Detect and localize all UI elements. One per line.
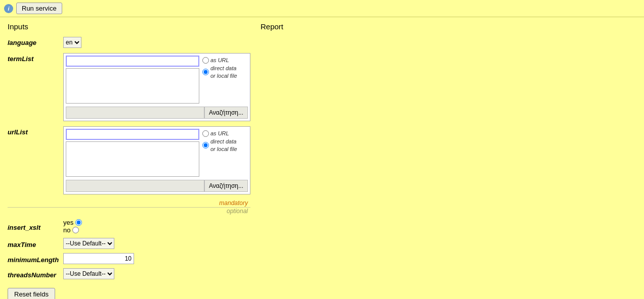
termlist-browse-spacer xyxy=(66,107,204,119)
termlist-as-url-radio[interactable] xyxy=(202,57,209,64)
threads-select[interactable]: --Use Default-- 1 2 4 8 xyxy=(63,268,114,279)
urllist-direct-radio[interactable] xyxy=(202,142,209,148)
insert-xslt-control: yes no xyxy=(63,219,250,234)
language-control: en fr de es xyxy=(63,37,250,48)
urllist-fields xyxy=(66,129,199,177)
info-icon: i xyxy=(4,4,13,13)
urllist-as-url-label[interactable]: as URL xyxy=(202,130,248,137)
urllist-textarea[interactable] xyxy=(66,141,199,177)
reset-fields-button[interactable]: Reset fields xyxy=(8,288,55,299)
insert-xslt-yes-label[interactable]: yes xyxy=(63,219,246,226)
threads-control: --Use Default-- 1 2 4 8 xyxy=(63,268,250,279)
insert-xslt-no-text: no xyxy=(63,226,70,234)
termlist-direct-radio[interactable] xyxy=(202,69,209,75)
run-service-button[interactable]: Run service xyxy=(16,3,62,14)
termlist-fields xyxy=(66,56,199,104)
maxtime-row: maxTime --Use Default-- 30 60 120 300 xyxy=(8,238,250,249)
threads-row: threadsNumber --Use Default-- 1 2 4 8 xyxy=(8,268,250,279)
language-row: language en fr de es xyxy=(8,37,250,48)
insert-xslt-label: insert_xslt xyxy=(8,222,63,231)
termlist-input-row: as URL direct dataor local file xyxy=(66,56,248,104)
termlist-direct-label[interactable]: direct dataor local file xyxy=(202,65,248,79)
insert-xslt-yes-radio[interactable] xyxy=(75,219,82,226)
termlist-radio-group: as URL direct dataor local file xyxy=(202,56,248,79)
maxtime-control: --Use Default-- 30 60 120 300 xyxy=(63,238,250,249)
insert-xslt-yes-text: yes xyxy=(63,219,73,226)
urllist-row: urlList as URL xyxy=(8,126,250,194)
urllist-direct-text: direct dataor local file xyxy=(210,138,237,153)
insert-xslt-no-radio[interactable] xyxy=(72,227,79,233)
termlist-control: as URL direct dataor local file Αναζήτησ… xyxy=(63,53,250,121)
language-select[interactable]: en fr de es xyxy=(63,37,81,48)
minimum-length-label: minimumLength xyxy=(8,254,63,264)
main-content: Inputs language en fr de es termList xyxy=(0,17,644,299)
termlist-as-url-text: as URL xyxy=(210,57,229,64)
urllist-browse-button[interactable]: Αναζήτηση... xyxy=(204,180,248,192)
threads-label: threadsNumber xyxy=(8,269,63,279)
termlist-textarea[interactable] xyxy=(66,68,199,104)
termlist-as-url-label[interactable]: as URL xyxy=(202,57,248,64)
termlist-row: termList as URL xyxy=(8,53,250,121)
optional-label: optional xyxy=(8,207,250,215)
insert-xslt-row: insert_xslt yes no xyxy=(8,219,250,234)
urllist-direct-label[interactable]: direct dataor local file xyxy=(202,138,248,153)
minimum-length-row: minimumLength xyxy=(8,253,250,264)
top-bar: i Run service xyxy=(0,0,644,17)
termlist-label: termList xyxy=(8,53,63,63)
maxtime-label: maxTime xyxy=(8,239,63,248)
termlist-input-group: as URL direct dataor local file Αναζήτησ… xyxy=(63,53,250,121)
urllist-input-row: as URL direct dataor local file xyxy=(66,129,248,177)
inputs-title: Inputs xyxy=(8,22,250,31)
minimum-length-input[interactable] xyxy=(63,253,134,264)
urllist-as-url-text: as URL xyxy=(210,130,229,137)
termlist-browse-row: Αναζήτηση... xyxy=(66,107,248,119)
urllist-browse-spacer xyxy=(66,180,204,192)
report-section: Report xyxy=(250,22,636,299)
termlist-url-input[interactable] xyxy=(66,56,199,67)
inputs-section: Inputs language en fr de es termList xyxy=(8,22,250,299)
language-label: language xyxy=(8,37,63,46)
mandatory-label: mandatory xyxy=(8,200,250,207)
report-title: Report xyxy=(261,22,636,31)
maxtime-select[interactable]: --Use Default-- 30 60 120 300 xyxy=(63,238,114,249)
urllist-label: urlList xyxy=(8,126,63,136)
minimum-length-control xyxy=(63,253,250,264)
urllist-browse-row: Αναζήτηση... xyxy=(66,180,248,192)
urllist-url-input[interactable] xyxy=(66,129,199,140)
urllist-as-url-radio[interactable] xyxy=(202,130,209,137)
urllist-control: as URL direct dataor local file Αναζήτησ… xyxy=(63,126,250,194)
termlist-direct-text: direct dataor local file xyxy=(210,65,237,79)
termlist-browse-button[interactable]: Αναζήτηση... xyxy=(204,107,248,119)
urllist-input-group: as URL direct dataor local file Αναζήτησ… xyxy=(63,126,250,194)
urllist-radio-group: as URL direct dataor local file xyxy=(202,129,248,153)
insert-xslt-no-label[interactable]: no xyxy=(63,226,246,234)
